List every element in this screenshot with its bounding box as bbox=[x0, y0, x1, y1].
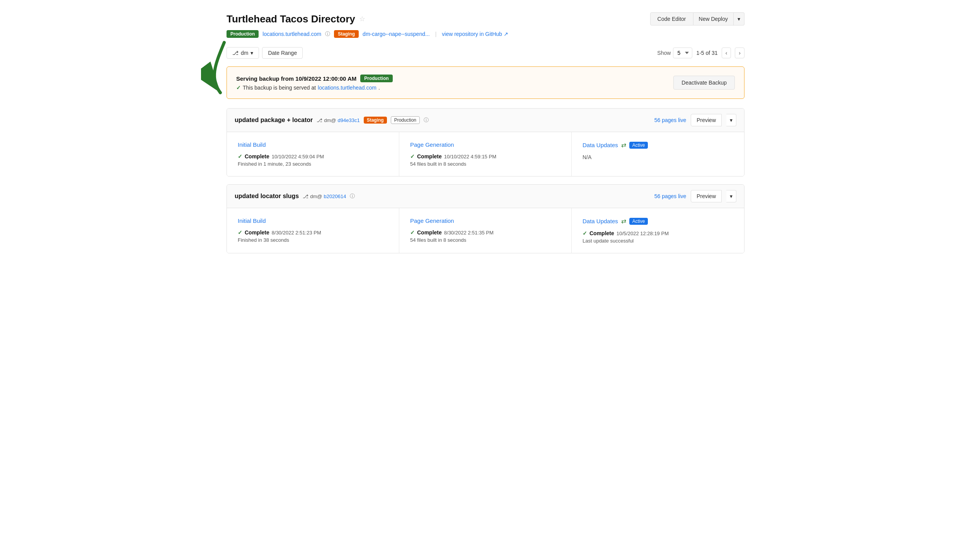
transfer-icon-1: ⇄ bbox=[621, 217, 626, 225]
deploy-card-1: updated locator slugs ⎇ dm@b2020614 ⓘ 56… bbox=[227, 184, 744, 253]
commit-link-0[interactable]: d94e33c1 bbox=[338, 117, 360, 123]
initial-build-link-1[interactable]: Initial Build bbox=[238, 217, 388, 224]
branch-filter-label: dm bbox=[241, 50, 248, 56]
next-page-button[interactable]: › bbox=[735, 48, 744, 58]
deploy-card-body-1: Initial Build ✓ Complete 8/30/2022 2:51:… bbox=[227, 208, 744, 253]
preview-caret-1[interactable]: ▾ bbox=[726, 190, 736, 202]
deploy-section-0-2: Data Updates ⇄ Active N/A bbox=[572, 132, 744, 176]
star-icon[interactable]: ☆ bbox=[359, 15, 365, 23]
check-icon-0-0: ✓ bbox=[238, 153, 242, 160]
backup-url-link[interactable]: locations.turtlehead.com bbox=[318, 85, 376, 91]
github-link[interactable]: view repository in GitHub ↗ bbox=[442, 31, 508, 37]
check-icon-1-1: ✓ bbox=[410, 229, 415, 236]
status-date-1-2: 10/5/2022 12:28:19 PM bbox=[617, 231, 669, 236]
prev-page-button[interactable]: ‹ bbox=[722, 48, 731, 58]
page-gen-link-0[interactable]: Page Generation bbox=[410, 141, 560, 148]
backup-period: . bbox=[378, 85, 380, 91]
active-badge-1: Active bbox=[629, 218, 648, 225]
pages-live-0: 56 pages live bbox=[654, 117, 687, 123]
deploy-name-0: updated package + locator bbox=[235, 117, 313, 124]
github-link-text: view repository in GitHub bbox=[442, 31, 502, 37]
branch-filter-caret: ▾ bbox=[250, 50, 253, 56]
page-title: Turtlehead Tacos Directory bbox=[227, 13, 355, 25]
git-branch-icon: ⎇ bbox=[232, 50, 238, 56]
status-complete-1-0: Complete bbox=[245, 229, 269, 236]
check-icon-1-0: ✓ bbox=[238, 229, 242, 236]
status-sub-1-0: Finished in 38 seconds bbox=[238, 237, 388, 243]
code-editor-button[interactable]: Code Editor bbox=[650, 12, 693, 25]
new-deploy-button[interactable]: New Deploy bbox=[693, 12, 734, 25]
status-sub-1-1: 54 files built in 8 seconds bbox=[410, 237, 560, 243]
transfer-icon-0: ⇄ bbox=[621, 141, 626, 149]
status-sub-0-0: Finished in 1 minute, 23 seconds bbox=[238, 161, 388, 167]
git-icon-0: ⎇ bbox=[317, 117, 322, 123]
status-date-1-1: 8/30/2022 2:51:35 PM bbox=[444, 230, 494, 236]
status-complete-0-0: Complete bbox=[245, 153, 269, 160]
backup-banner-title-text: Serving backup from 10/9/2022 12:00:00 A… bbox=[236, 75, 356, 82]
deploy-section-1-2: Data Updates ⇄ Active ✓ Complete 10/5/20… bbox=[572, 208, 744, 253]
active-badge-0: Active bbox=[629, 142, 648, 149]
staging-badge: Staging bbox=[334, 30, 359, 38]
deploy-section-0-0: Initial Build ✓ Complete 10/10/2022 4:59… bbox=[227, 132, 399, 176]
backup-banner: Serving backup from 10/9/2022 12:00:00 A… bbox=[227, 66, 744, 99]
status-complete-1-1: Complete bbox=[417, 229, 442, 236]
check-icon-1-2: ✓ bbox=[583, 230, 587, 236]
data-updates-link-1[interactable]: Data Updates bbox=[583, 218, 618, 224]
date-range-button[interactable]: Date Range bbox=[262, 47, 303, 59]
staging-badge-0: Staging bbox=[364, 117, 387, 124]
pages-live-1: 56 pages live bbox=[654, 193, 687, 199]
preview-caret-0[interactable]: ▾ bbox=[726, 114, 736, 126]
status-complete-1-2: Complete bbox=[589, 230, 614, 236]
status-date-0-0: 10/10/2022 4:59:04 PM bbox=[272, 154, 324, 160]
branch-filter-button[interactable]: ⎇ dm ▾ bbox=[227, 47, 259, 59]
deploy-name-1: updated locator slugs bbox=[235, 193, 299, 200]
deploy-section-1-0: Initial Build ✓ Complete 8/30/2022 2:51:… bbox=[227, 208, 399, 253]
deploy-section-0-1: Page Generation ✓ Complete 10/10/2022 4:… bbox=[399, 132, 572, 176]
new-deploy-caret[interactable]: ▾ bbox=[734, 12, 744, 25]
show-label: Show bbox=[657, 50, 671, 56]
staging-branch-link[interactable]: dm-cargo--nape--suspend... bbox=[363, 31, 430, 37]
git-prefix-1: dm@ bbox=[310, 193, 322, 199]
deploy-card-0: updated package + locator ⎇ dm@d94e33c1 … bbox=[227, 108, 744, 176]
deploy-cards-container: updated package + locator ⎇ dm@d94e33c1 … bbox=[227, 108, 744, 253]
production-url-link[interactable]: locations.turtlehead.com bbox=[262, 31, 321, 37]
deploy-section-1-1: Page Generation ✓ Complete 8/30/2022 2:5… bbox=[399, 208, 572, 253]
git-prefix-0: dm@ bbox=[324, 117, 336, 123]
preview-button-1[interactable]: Preview bbox=[691, 190, 722, 202]
production-badge: Production bbox=[227, 30, 259, 38]
data-updates-link-0[interactable]: Data Updates bbox=[583, 142, 618, 148]
external-link-icon: ↗ bbox=[504, 31, 508, 37]
git-icon-1: ⎇ bbox=[303, 193, 308, 199]
deploy-card-header-1: updated locator slugs ⎇ dm@b2020614 ⓘ 56… bbox=[227, 185, 744, 208]
page-gen-link-1[interactable]: Page Generation bbox=[410, 217, 560, 224]
backup-sub-text: This backup is being served at bbox=[243, 85, 316, 91]
na-text-0: N/A bbox=[583, 154, 733, 160]
status-date-1-0: 8/30/2022 2:51:23 PM bbox=[272, 230, 321, 236]
status-sub-0-1: 54 files built in 8 seconds bbox=[410, 161, 560, 167]
deploy-card-header-0: updated package + locator ⎇ dm@d94e33c1 … bbox=[227, 109, 744, 132]
separator: | bbox=[435, 31, 437, 37]
deactivate-backup-button[interactable]: Deactivate Backup bbox=[673, 76, 735, 90]
pagination-info: 1-5 of 31 bbox=[696, 50, 717, 56]
production-info-icon[interactable]: ⓘ bbox=[325, 31, 330, 37]
preview-button-0[interactable]: Preview bbox=[691, 114, 722, 126]
deploy-info-icon-1[interactable]: ⓘ bbox=[350, 193, 355, 200]
status-sub-1-2: Last update successful bbox=[583, 238, 733, 244]
deploy-card-body-0: Initial Build ✓ Complete 10/10/2022 4:59… bbox=[227, 132, 744, 176]
backup-check-icon: ✓ bbox=[236, 85, 241, 91]
commit-link-1[interactable]: b2020614 bbox=[324, 193, 346, 199]
backup-production-badge: Production bbox=[360, 75, 392, 82]
filters-row: ⎇ dm ▾ Date Range Show 5 10 25 50 1-5 of… bbox=[227, 47, 744, 59]
production-outline-badge-0: Production bbox=[391, 116, 420, 124]
sub-header: Production locations.turtlehead.com ⓘ St… bbox=[227, 30, 744, 38]
check-icon-0-1: ✓ bbox=[410, 153, 415, 160]
status-date-0-1: 10/10/2022 4:59:15 PM bbox=[444, 154, 496, 160]
show-select[interactable]: 5 10 25 50 bbox=[673, 48, 692, 58]
deploy-info-icon-0[interactable]: ⓘ bbox=[424, 117, 429, 124]
initial-build-link-0[interactable]: Initial Build bbox=[238, 141, 388, 148]
status-complete-0-1: Complete bbox=[417, 153, 442, 160]
